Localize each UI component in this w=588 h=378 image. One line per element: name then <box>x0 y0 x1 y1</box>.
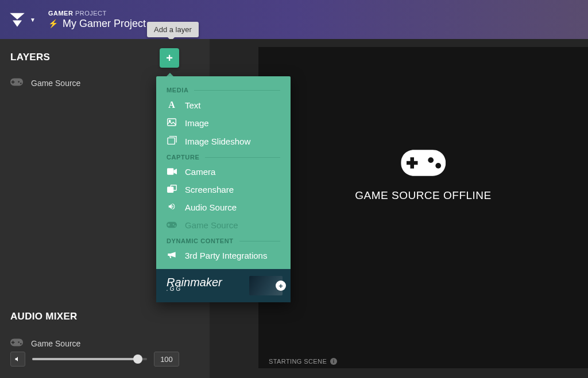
audio-mixer-title: AUDIO MIXER <box>0 304 210 333</box>
gamepad-icon <box>355 149 492 179</box>
bolt-icon: ⚡ <box>48 19 58 28</box>
svg-rect-6 <box>168 119 176 126</box>
gamepad-icon <box>167 221 177 230</box>
header-text: GAMER PROJECT ⚡ My Gamer Project <box>48 10 146 30</box>
audio-mixer: Game Source 100 <box>0 333 210 378</box>
menu-item-screenshare[interactable]: Screenshare <box>156 181 291 198</box>
offline-label: GAME SOURCE OFFLINE <box>355 189 492 202</box>
project-title: My Gamer Project <box>63 18 146 30</box>
text-icon: A <box>167 100 177 110</box>
add-layer-menu: MEDIA A Text Image Image Slideshow CAPTU… <box>156 76 291 302</box>
speaker-icon <box>14 356 21 363</box>
menu-footer-promo[interactable]: Rainmaker .GG + <box>156 269 291 302</box>
scene-preview[interactable]: GAME SOURCE OFFLINE STARTING SCENE i <box>258 47 588 368</box>
flyout-caret-icon <box>166 69 174 77</box>
menu-item-third-party-integrations[interactable]: 3rd Party Integrations <box>156 247 291 264</box>
promo-add-button[interactable]: + <box>276 280 286 291</box>
audio-source-label: Game Source <box>31 339 80 348</box>
menu-section-media: MEDIA <box>156 83 291 96</box>
svg-marker-0 <box>10 13 25 20</box>
app-name: GAMER PROJECT <box>48 10 146 17</box>
app-logo-icon <box>8 10 26 29</box>
volume-slider[interactable] <box>32 358 147 360</box>
image-icon <box>167 118 177 128</box>
menu-item-game-source: Game Source <box>156 216 291 234</box>
gamepad-icon <box>10 78 23 88</box>
app-logo[interactable]: ▼ <box>8 10 36 29</box>
menu-item-audio-source[interactable]: Audio Source <box>156 198 291 216</box>
svg-rect-8 <box>168 138 175 144</box>
svg-point-5 <box>435 163 441 169</box>
scene-footer-label: STARTING SCENE i <box>269 358 337 365</box>
mute-button[interactable] <box>10 352 25 367</box>
promo-brand: Rainmaker .GG <box>167 278 222 293</box>
svg-rect-3 <box>407 161 418 165</box>
audio-icon <box>167 202 177 212</box>
screenshare-icon <box>167 185 177 194</box>
gamepad-icon <box>10 338 23 348</box>
menu-item-image[interactable]: Image <box>156 114 291 132</box>
app-header: ▼ GAMER PROJECT ⚡ My Gamer Project <box>0 0 588 39</box>
add-layer-tooltip: Add a layer <box>147 22 199 37</box>
menu-section-dynamic: DYNAMIC CONTENT <box>156 234 291 247</box>
camera-icon <box>167 167 177 177</box>
info-icon[interactable]: i <box>330 358 337 365</box>
volume-value[interactable]: 100 <box>154 352 179 367</box>
megaphone-icon <box>167 251 177 260</box>
add-layer-button[interactable]: + <box>160 48 179 68</box>
svg-point-4 <box>428 157 434 163</box>
logo-dropdown-caret-icon: ▼ <box>30 17 36 23</box>
slideshow-icon <box>167 136 177 146</box>
menu-item-image-slideshow[interactable]: Image Slideshow <box>156 132 291 150</box>
menu-item-text[interactable]: A Text <box>156 96 291 114</box>
svg-rect-9 <box>167 168 173 174</box>
svg-marker-1 <box>13 21 22 27</box>
menu-item-camera[interactable]: Camera <box>156 163 291 181</box>
layer-label: Game Source <box>31 79 80 88</box>
menu-section-capture: CAPTURE <box>156 150 291 163</box>
promo-thumbnail: + <box>249 276 283 295</box>
